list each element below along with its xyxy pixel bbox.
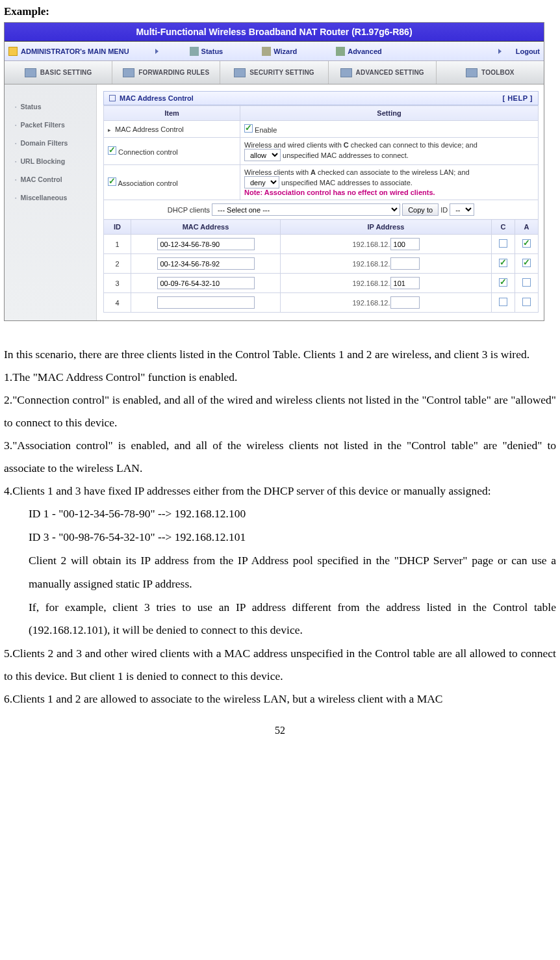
sidebar-item-label: Domain Filters — [20, 139, 68, 147]
sidebar-item-domain-filters[interactable]: Domain Filters — [5, 134, 96, 152]
a-checkbox[interactable] — [522, 298, 531, 306]
c-checkbox[interactable] — [499, 239, 507, 248]
ip-suffix-input[interactable] — [390, 238, 420, 250]
admin-menu-label: ADMINISTRATOR's MAIN MENU — [21, 47, 129, 55]
connection-allow-select[interactable]: allow — [244, 149, 281, 161]
tab-toolbox-label: TOOLBOX — [481, 69, 515, 76]
sidebar-item-label: MAC Control — [20, 175, 62, 183]
doc-l1: 1.The "MAC Address Control" function is … — [4, 366, 556, 389]
menu-wizard-label: Wizard — [274, 47, 297, 55]
doc-l4b: ID 3 - "00-98-76-54-32-10" --> 192.168.1… — [4, 526, 556, 549]
sidebar-item-label: Miscellaneous — [20, 194, 67, 201]
doc-p1: In this scenario, there are three client… — [4, 343, 556, 366]
dhcp-id-select[interactable]: -- — [450, 203, 474, 216]
sidebar-item-status[interactable]: Status — [5, 97, 96, 116]
security-icon — [234, 68, 246, 77]
sidebar-item-label: Packet Filters — [20, 121, 64, 129]
ctl-header-ip: IP Address — [281, 220, 492, 235]
ctl-header-id: ID — [104, 220, 131, 235]
menu-status[interactable]: Status — [190, 47, 223, 56]
sidebar-item-packet-filters[interactable]: Packet Filters — [5, 116, 96, 134]
menu-status-label: Status — [201, 47, 223, 55]
tab-security-label: SECURITY SETTING — [249, 69, 314, 76]
ac-bold-a: A — [311, 168, 316, 176]
advanced-icon — [340, 68, 352, 77]
dhcp-label: DHCP clients — [168, 206, 210, 214]
sidebar: Status Packet Filters Domain Filters URL… — [5, 84, 97, 320]
table-row: 4192.168.12. — [104, 293, 539, 313]
ctl-header-a: A — [515, 220, 539, 235]
doc-l4c: Client 2 will obtain its IP address from… — [4, 549, 556, 596]
ip-suffix-input[interactable] — [390, 257, 420, 270]
menu-advanced[interactable]: Advanced — [336, 47, 382, 56]
mac-address-input[interactable] — [157, 277, 255, 289]
connection-control-checkbox[interactable] — [108, 146, 116, 155]
control-table: ID MAC Address IP Address C A 1192.168.1… — [103, 219, 539, 313]
admin-menu-icon — [8, 47, 18, 56]
help-link[interactable]: [ HELP ] — [502, 94, 533, 102]
ctl-id-cell: 2 — [104, 254, 131, 274]
settings-table: Item Setting MAC Address Control Enable … — [103, 105, 539, 220]
enable-label: Enable — [255, 126, 277, 134]
tab-forwarding-label: FORWARDING RULES — [138, 69, 209, 76]
c-checkbox[interactable] — [499, 278, 507, 287]
ip-suffix-input[interactable] — [390, 277, 420, 289]
a-checkbox[interactable] — [522, 259, 531, 267]
content-panel: MAC Address Control [ HELP ] Item Settin… — [97, 84, 544, 320]
tab-advanced-setting[interactable]: ADVANCED SETTING — [329, 61, 437, 84]
menu-advanced-label: Advanced — [348, 47, 382, 55]
mac-address-input[interactable] — [157, 257, 255, 270]
mac-control-row-label: MAC Address Control — [104, 121, 240, 138]
tab-basic-label: BASIC SETTING — [40, 69, 92, 76]
dhcp-id-label: ID — [440, 206, 448, 214]
tab-toolbox[interactable]: TOOLBOX — [437, 61, 544, 84]
sidebar-item-miscellaneous[interactable]: Miscellaneous — [5, 188, 96, 207]
doc-l4: 4.Clients 1 and 3 have fixed IP addresse… — [4, 480, 556, 502]
table-row: 1192.168.12. — [104, 235, 539, 254]
copy-to-button[interactable]: Copy to — [402, 203, 439, 216]
panel-header: MAC Address Control [ HELP ] — [103, 91, 539, 105]
association-deny-select[interactable]: deny — [244, 176, 279, 188]
a-checkbox[interactable] — [522, 278, 531, 287]
svg-rect-1 — [262, 47, 271, 56]
ac-text-2: checked can associate to the wireless LA… — [316, 168, 470, 176]
c-checkbox[interactable] — [499, 298, 507, 306]
ip-suffix-input[interactable] — [390, 296, 420, 309]
svg-rect-2 — [336, 47, 345, 56]
col-setting-header: Setting — [240, 106, 539, 121]
mac-address-input[interactable] — [157, 238, 255, 250]
doc-l2: 2."Connection control" is enabled, and a… — [4, 389, 556, 434]
svg-rect-0 — [190, 47, 199, 56]
dhcp-clients-select[interactable]: --- Select one --- — [212, 203, 400, 216]
tab-basic-setting[interactable]: BASIC SETTING — [5, 61, 112, 84]
ctl-id-cell: 4 — [104, 293, 131, 313]
mac-address-input[interactable] — [157, 296, 255, 309]
menu-wizard[interactable]: Wizard — [262, 47, 297, 56]
tab-security-setting[interactable]: SECURITY SETTING — [220, 61, 328, 84]
ctl-id-cell: 3 — [104, 274, 131, 293]
menu-logout[interactable]: Logout — [498, 47, 540, 55]
ip-prefix: 192.168.12. — [352, 299, 390, 307]
doc-l5: 5.Clients 2 and 3 and other wired client… — [4, 642, 556, 688]
ctl-header-c: C — [492, 220, 515, 235]
example-heading: Example: — [4, 5, 556, 18]
sidebar-item-mac-control[interactable]: MAC Control — [5, 170, 96, 188]
tab-advanced-label: ADVANCED SETTING — [356, 69, 424, 76]
c-checkbox[interactable] — [499, 259, 507, 267]
sidebar-item-label: URL Blocking — [20, 157, 65, 165]
doc-l6: 6.Clients 1 and 2 are allowed to associa… — [4, 688, 556, 710]
association-control-checkbox[interactable] — [108, 177, 116, 186]
ctl-id-cell: 1 — [104, 235, 131, 254]
dhcp-row: DHCP clients --- Select one --- Copy to … — [104, 200, 539, 220]
router-screenshot: Multi-Functional Wireless Broadband NAT … — [4, 22, 544, 321]
ip-prefix: 192.168.12. — [352, 260, 390, 268]
arrow-icon — [155, 49, 159, 54]
enable-checkbox[interactable] — [244, 124, 253, 133]
doc-l4a: ID 1 - "00-12-34-56-78-90" --> 192.168.1… — [4, 502, 556, 526]
sidebar-item-label: Status — [20, 103, 41, 110]
a-checkbox[interactable] — [522, 239, 531, 248]
tab-forwarding-rules[interactable]: FORWARDING RULES — [112, 61, 220, 84]
router-title-bar: Multi-Functional Wireless Broadband NAT … — [5, 23, 544, 42]
basic-icon — [25, 68, 36, 77]
sidebar-item-url-blocking[interactable]: URL Blocking — [5, 152, 96, 170]
